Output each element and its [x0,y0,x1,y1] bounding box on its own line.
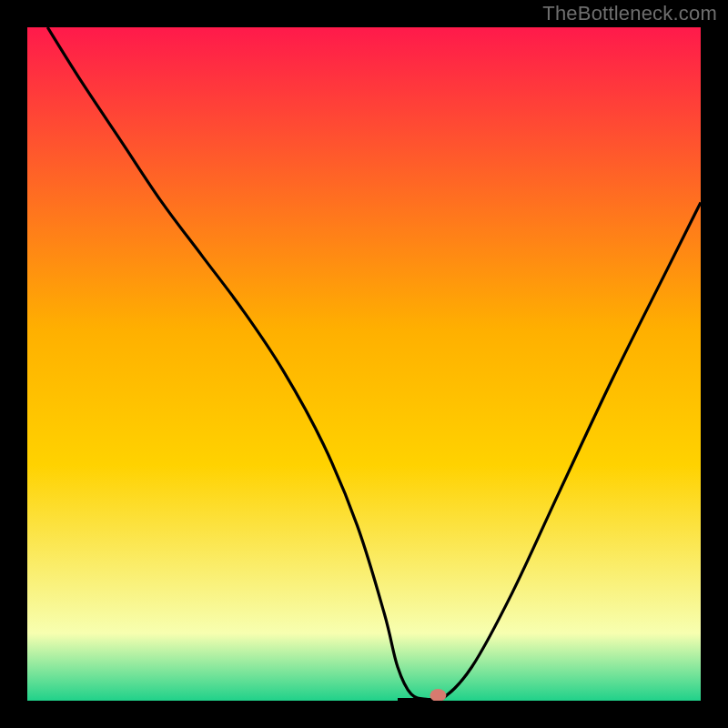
gradient-background [27,27,701,701]
chart-frame: TheBottleneck.com [0,0,728,728]
bottleneck-chart [27,27,701,701]
attribution-label: TheBottleneck.com [542,2,717,25]
plot-area [27,27,701,701]
